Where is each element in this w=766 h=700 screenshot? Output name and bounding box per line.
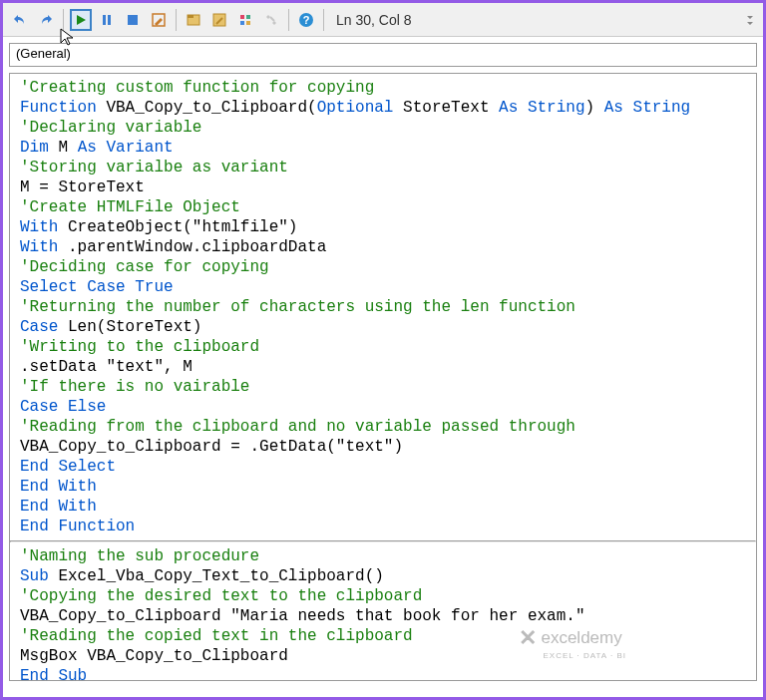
code-editor[interactable]: 'Creating custom function for copying Fu…	[9, 73, 757, 681]
toolbar: ? Ln 30, Col 8	[3, 3, 763, 37]
svg-rect-0	[103, 15, 106, 25]
separator	[288, 9, 289, 31]
redo-icon[interactable]	[35, 9, 57, 31]
svg-rect-2	[128, 15, 138, 25]
svg-rect-9	[240, 21, 244, 25]
object-icon[interactable]	[234, 9, 256, 31]
svg-text:?: ?	[303, 14, 310, 26]
project-icon[interactable]	[183, 9, 204, 31]
cursor-position: Ln 30, Col 8	[336, 12, 412, 28]
mouse-cursor	[60, 28, 76, 48]
properties-icon[interactable]	[208, 9, 230, 31]
toolbar-dropdown-icon[interactable]	[747, 9, 757, 31]
svg-rect-5	[188, 15, 193, 18]
separator	[323, 9, 324, 31]
svg-rect-1	[108, 15, 111, 25]
help-icon[interactable]: ?	[295, 9, 317, 31]
watermark: ✕exceldemy EXCEL · DATA · BI	[519, 625, 626, 660]
svg-rect-7	[240, 15, 244, 19]
pause-icon[interactable]	[96, 9, 118, 31]
separator	[176, 9, 177, 31]
stop-icon[interactable]	[122, 9, 144, 31]
design-icon[interactable]	[148, 9, 170, 31]
undo-icon[interactable]	[9, 9, 31, 31]
toolbox-icon[interactable]	[260, 9, 282, 31]
code-block-1: 'Creating custom function for copying Fu…	[10, 74, 756, 540]
svg-rect-8	[246, 15, 250, 19]
svg-rect-10	[246, 21, 250, 25]
object-dropdown[interactable]: (General)	[9, 43, 757, 67]
code-block-2: 'Naming the sub procedure Sub Excel_Vba_…	[10, 542, 756, 681]
